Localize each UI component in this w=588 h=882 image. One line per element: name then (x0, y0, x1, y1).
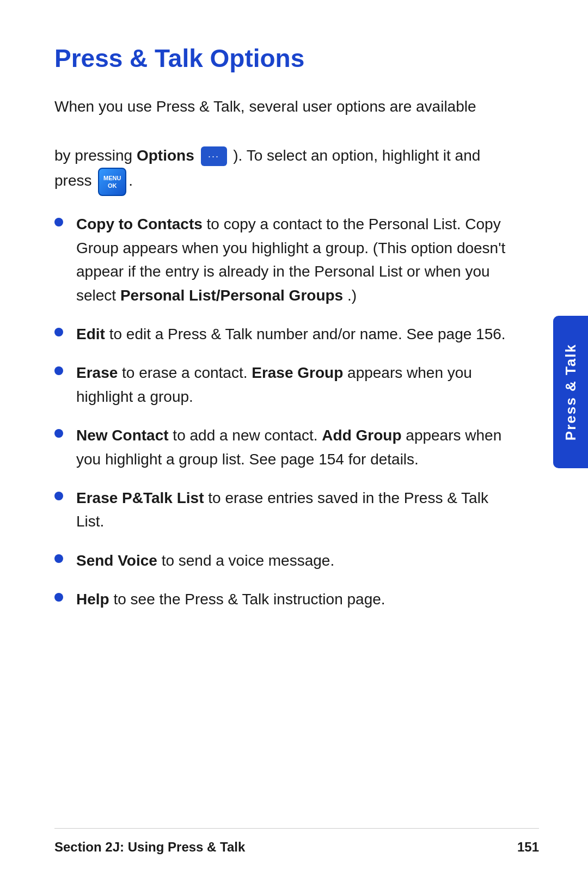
bullet-content: to edit a Press & Talk number and/or nam… (109, 326, 506, 342)
bullet-dot (54, 492, 63, 500)
bullet-dot (54, 429, 63, 438)
sidebar-tab-label: Press & Talk (562, 344, 579, 440)
bullet-dot (54, 593, 63, 602)
bullet-content: to send a voice message. (162, 552, 335, 569)
intro-line4: press (54, 173, 91, 189)
page-title: Press & Talk Options (54, 44, 539, 73)
bullet-bold: Erase P&Talk List (76, 489, 204, 506)
bullet-bold: Help (76, 591, 109, 608)
bullet-bold: Erase (76, 364, 118, 381)
bullet-bold2: Erase Group (252, 364, 343, 381)
bullet-content: to add a new contact. (173, 427, 322, 444)
bullet-text: Copy to Contacts to copy a contact to th… (76, 212, 506, 307)
bullet-bold: New Contact (76, 427, 169, 444)
bullet-bold: Send Voice (76, 552, 157, 569)
bullet-content: to see the Press & Talk instruction page… (113, 591, 385, 608)
list-item: Copy to Contacts to copy a contact to th… (54, 212, 506, 307)
bullet-text: Send Voice to send a voice message. (76, 549, 506, 572)
bullet-bold2: Personal List/Personal Groups (120, 287, 343, 304)
footer-section-label: Section 2J: Using Press & Talk (54, 840, 245, 855)
page-footer: Section 2J: Using Press & Talk 151 (54, 828, 539, 855)
bullet-list: Copy to Contacts to copy a contact to th… (54, 212, 539, 611)
bullet-bold: Copy to Contacts (76, 216, 203, 232)
menu-ok-icon (98, 168, 126, 196)
list-item: Edit to edit a Press & Talk number and/o… (54, 322, 506, 346)
bullet-text: Edit to edit a Press & Talk number and/o… (76, 322, 506, 346)
list-item: Erase to erase a contact. Erase Group ap… (54, 361, 506, 408)
bullet-content: to erase a contact. (122, 364, 252, 381)
intro-line1: When you use Press & Talk, several user … (54, 98, 476, 115)
bullet-text: New Contact to add a new contact. Add Gr… (76, 424, 506, 471)
bullet-dot (54, 554, 63, 563)
list-item: Erase P&Talk List to erase entries saved… (54, 486, 506, 534)
intro-paragraph: When you use Press & Talk, several user … (54, 95, 539, 196)
options-bold: Options (137, 147, 194, 164)
intro-line2: by pressing (54, 147, 132, 164)
bullet-dot (54, 218, 63, 226)
bullet-end: .) (347, 287, 357, 304)
bullet-bold: Edit (76, 326, 105, 342)
list-item: New Contact to add a new contact. Add Gr… (54, 424, 506, 471)
bullet-text: Erase P&Talk List to erase entries saved… (76, 486, 506, 534)
page-container: Press & Talk Options When you use Press … (0, 0, 588, 882)
bullet-dot (54, 366, 63, 375)
bullet-bold2: Add Group (322, 427, 401, 444)
sidebar-tab: Press & Talk (553, 316, 588, 468)
intro-line3: ). To select an option, highlight it and (233, 147, 480, 164)
list-item: Send Voice to send a voice message. (54, 549, 506, 572)
bullet-text: Erase to erase a contact. Erase Group ap… (76, 361, 506, 408)
list-item: Help to see the Press & Talk instruction… (54, 587, 506, 611)
bullet-text: Help to see the Press & Talk instruction… (76, 587, 506, 611)
footer-page-number: 151 (517, 840, 539, 855)
options-icon (201, 146, 227, 166)
bullet-dot (54, 328, 63, 336)
